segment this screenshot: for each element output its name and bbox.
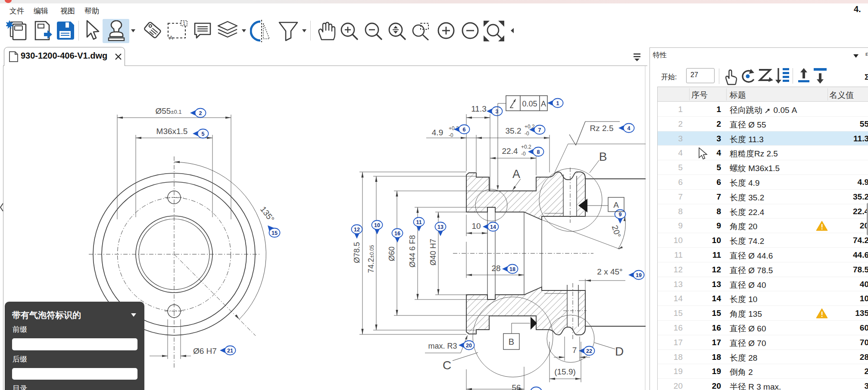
svg-text:M36x1.5: M36x1.5 xyxy=(156,127,188,136)
svg-text:A: A xyxy=(613,200,619,209)
svg-text:9: 9 xyxy=(619,212,622,218)
svg-text:Ø44 6 F8: Ø44 6 F8 xyxy=(408,235,417,267)
svg-text:Ø6 H7: Ø6 H7 xyxy=(193,346,217,356)
svg-text:-0: -0 xyxy=(449,132,453,138)
svg-text:22.4: 22.4 xyxy=(502,147,518,156)
svg-text:Ø60: Ø60 xyxy=(387,246,396,261)
svg-text:Ø40 H7: Ø40 H7 xyxy=(429,239,437,265)
svg-text:-0: -0 xyxy=(525,131,529,137)
svg-text:C: C xyxy=(443,359,451,372)
svg-text:(15.9): (15.9) xyxy=(554,367,576,376)
svg-text:A: A xyxy=(512,168,520,181)
svg-text:15: 15 xyxy=(272,230,278,236)
svg-text:28: 28 xyxy=(491,264,500,273)
svg-text:14: 14 xyxy=(490,224,496,230)
svg-text:A: A xyxy=(541,100,546,108)
svg-text:10: 10 xyxy=(374,222,380,228)
svg-text:Rz 2.5: Rz 2.5 xyxy=(590,124,614,133)
svg-text:7: 7 xyxy=(572,346,577,355)
svg-text:22: 22 xyxy=(586,348,592,354)
svg-text:0.05: 0.05 xyxy=(522,100,537,108)
svg-text:11: 11 xyxy=(416,219,422,225)
svg-text:13: 13 xyxy=(437,224,443,230)
svg-text:max. R3: max. R3 xyxy=(428,342,457,350)
svg-text:20: 20 xyxy=(466,343,472,349)
svg-text:12: 12 xyxy=(354,227,360,233)
svg-text:B: B xyxy=(509,337,514,346)
svg-text:D: D xyxy=(615,345,624,358)
svg-text:Ø78.5: Ø78.5 xyxy=(353,242,361,263)
svg-text:-0: -0 xyxy=(521,151,526,157)
svg-text:16: 16 xyxy=(394,231,400,237)
svg-text:10: 10 xyxy=(471,222,481,231)
svg-text:6: 6 xyxy=(463,127,466,133)
svg-text:19: 19 xyxy=(636,272,642,278)
svg-text:11.3: 11.3 xyxy=(471,104,487,113)
svg-text:2 x 45°: 2 x 45° xyxy=(597,267,622,276)
svg-text:56: 56 xyxy=(512,383,521,390)
svg-text:35.2: 35.2 xyxy=(506,126,521,135)
svg-text:B: B xyxy=(599,150,607,163)
svg-text:4: 4 xyxy=(628,125,631,131)
svg-text:8: 8 xyxy=(537,149,540,155)
svg-text:1: 1 xyxy=(556,100,559,106)
svg-text:18: 18 xyxy=(509,266,515,272)
svg-text:1: 1 xyxy=(183,21,185,26)
svg-text:7: 7 xyxy=(538,127,541,133)
svg-text:21: 21 xyxy=(227,348,233,354)
svg-text:5: 5 xyxy=(202,131,205,137)
svg-text:2: 2 xyxy=(199,110,202,116)
svg-text:+0.2: +0.2 xyxy=(521,144,531,150)
svg-text:A: A xyxy=(169,34,173,41)
svg-text:4.9: 4.9 xyxy=(432,128,443,137)
